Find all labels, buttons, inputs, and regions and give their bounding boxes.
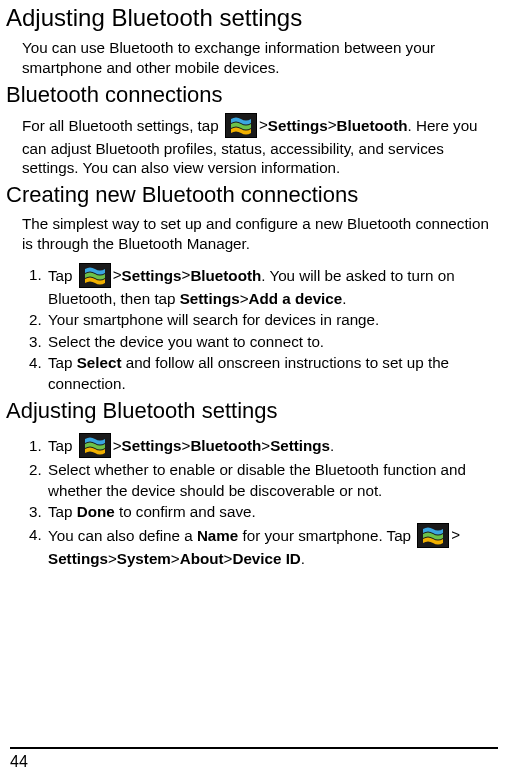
select-label: Select: [77, 354, 122, 371]
page-number: 44: [10, 747, 498, 771]
breadcrumb-separator: >: [261, 436, 270, 457]
about-label: About: [180, 550, 224, 567]
heading-creating-new-bluetooth-connections: Creating new Bluetooth connections: [6, 182, 498, 208]
settings-label: Settings: [180, 290, 240, 307]
heading-bluetooth-connections: Bluetooth connections: [6, 82, 498, 108]
windows-start-icon: [225, 113, 257, 138]
list-item: Select whether to enable or disable the …: [46, 460, 498, 501]
creating-paragraph: The simplest way to set up and configure…: [22, 214, 492, 254]
name-label: Name: [197, 526, 238, 543]
heading-adjusting-bluetooth-settings: Adjusting Bluetooth settings: [6, 4, 498, 32]
text: .: [301, 550, 305, 567]
bluetooth-connections-paragraph: For all Bluetooth settings, tap > Settin…: [22, 114, 492, 179]
bluetooth-label: Bluetooth: [190, 266, 261, 283]
list-item: Your smartphone will search for devices …: [46, 310, 498, 331]
breadcrumb-separator: >: [108, 549, 117, 570]
breadcrumb-separator: >: [451, 525, 460, 546]
text: Tap: [48, 354, 77, 371]
bluetooth-label: Bluetooth: [337, 116, 408, 133]
page: Adjusting Bluetooth settings You can use…: [0, 4, 508, 773]
text: Tap: [48, 266, 77, 283]
settings-label: Settings: [48, 550, 108, 567]
breadcrumb-separator: >: [171, 549, 180, 570]
text: For all Bluetooth settings, tap: [22, 116, 223, 133]
breadcrumb-separator: >: [259, 115, 268, 135]
breadcrumb-separator: >: [113, 436, 122, 457]
list-item: You can also define a Name for your smar…: [46, 524, 498, 570]
list-item: Tap > Settings > Bluetooth > Settings.: [46, 434, 498, 459]
breadcrumb-separator: >: [328, 115, 337, 135]
text: to confirm and save.: [115, 503, 256, 520]
breadcrumb-separator: >: [113, 265, 122, 286]
text: .: [342, 290, 346, 307]
list-item: Tap > Settings > Bluetooth. You will be …: [46, 264, 498, 310]
settings-label: Settings: [122, 266, 182, 283]
text: Tap: [48, 437, 77, 454]
text: .: [330, 437, 334, 454]
add-a-device-label: Add a device: [249, 290, 343, 307]
settings-label: Settings: [268, 116, 328, 133]
done-label: Done: [77, 503, 115, 520]
adjusting-steps-list: Tap > Settings > Bluetooth > Settings. S…: [22, 434, 498, 569]
text: You can also define a: [48, 526, 197, 543]
bluetooth-label: Bluetooth: [190, 437, 261, 454]
text: Tap: [48, 503, 77, 520]
breadcrumb-separator: >: [240, 289, 249, 310]
windows-start-icon: [417, 523, 449, 548]
list-item: Tap Done to confirm and save.: [46, 502, 498, 523]
device-id-label: Device ID: [232, 550, 300, 567]
settings-label: Settings: [122, 437, 182, 454]
creating-steps-list: Tap > Settings > Bluetooth. You will be …: [22, 264, 498, 395]
text: for your smartphone. Tap: [238, 526, 415, 543]
list-item: Tap Select and follow all onscreen instr…: [46, 353, 498, 394]
heading-adjusting-bluetooth-settings-2: Adjusting Bluetooth settings: [6, 398, 498, 424]
intro-paragraph: You can use Bluetooth to exchange inform…: [22, 38, 492, 78]
windows-start-icon: [79, 433, 111, 458]
windows-start-icon: [79, 263, 111, 288]
system-label: System: [117, 550, 171, 567]
list-item: Select the device you want to connect to…: [46, 332, 498, 353]
settings-label: Settings: [270, 437, 330, 454]
